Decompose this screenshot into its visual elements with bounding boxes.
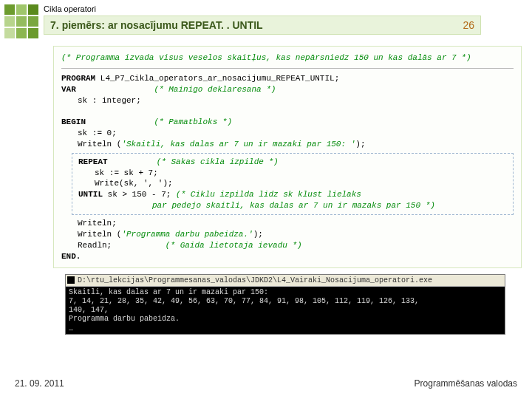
var-comment: (* Mainigo deklaresana *) (154, 85, 276, 94)
program-name: L4_P7_Cikla_operators_ar_nosacijumu_REPE… (95, 74, 339, 83)
writeln1-string: 'Skaitli, kas dalas ar 7 un ir mazaki pa… (121, 140, 355, 149)
program-keyword: PROGRAM (61, 74, 95, 83)
readln-comment: (* Gaida lietotaja ievadu *) (166, 241, 302, 250)
top-comment: (* Programma izvada visus veselos skaitļ… (61, 53, 471, 62)
topic-label: Cikla operatori (44, 3, 481, 16)
writeln-empty: Writeln; (61, 218, 514, 229)
repeat-body2: Write(sk, ', '); (78, 178, 507, 189)
repeat-body1: sk := sk + 7; (78, 168, 507, 179)
console-titlebar: D:\rtu_lekcijas\Programmesanas_valodas\J… (66, 275, 505, 287)
assign-zero: sk := 0; (61, 128, 514, 139)
until-comment1: (* Ciklu izpilda lidz sk klust lielaks (176, 190, 361, 199)
repeat-block: REPEAT (* Sakas cikla izpilde *) sk := s… (72, 153, 514, 215)
writeln3-suffix: ); (253, 230, 263, 239)
footer-date: 21. 09. 2011 (15, 378, 64, 389)
console-output: Skaitli, kas dalas ar 7 un ir mazaki par… (66, 287, 505, 334)
writeln3-string: 'Programma darbu pabeidza.' (121, 230, 253, 239)
slide-footer: 21. 09. 2011 Programmēšanas valodas (15, 378, 517, 389)
var-decl: sk : integer; (61, 95, 514, 106)
readln: Readln; (78, 241, 112, 250)
logo-squares (4, 4, 38, 38)
writeln3-prefix: Writeln ( (78, 230, 121, 239)
begin-keyword: BEGIN (61, 117, 86, 126)
footer-course: Programmēšanas valodas (415, 378, 517, 389)
code-listing: (* Programma izvada visus veselos skaitļ… (53, 46, 522, 268)
begin-comment: (* Pamatbloks *) (154, 117, 232, 126)
repeat-keyword: REPEAT (78, 157, 108, 166)
var-keyword: VAR (61, 85, 76, 94)
writeln1-suffix: ); (355, 140, 365, 149)
separator (61, 68, 514, 69)
console-window: D:\rtu_lekcijas\Programmesanas_valodas\J… (65, 274, 505, 335)
title-bar: 7. piemērs: ar nosacījumu REPEAT. . UNTI… (44, 16, 481, 35)
console-path: D:\rtu_lekcijas\Programmesanas_valodas\J… (78, 276, 432, 284)
until-comment2: par pedejo skaitli, kas dalas ar 7 un ir… (78, 200, 507, 211)
until-cond: sk > 150 - 7; (103, 190, 176, 199)
repeat-comment: (* Sakas cikla izpilde *) (157, 157, 279, 166)
page-number: 26 (463, 19, 474, 31)
writeln1-prefix: Writeln ( (78, 140, 121, 149)
end-keyword: END. (61, 251, 514, 262)
slide-title: 7. piemērs: ar nosacījumu REPEAT. . UNTI… (50, 19, 263, 31)
slide-header: Cikla operatori 7. piemērs: ar nosacījum… (0, 0, 532, 40)
until-keyword: UNTIL (78, 190, 103, 199)
